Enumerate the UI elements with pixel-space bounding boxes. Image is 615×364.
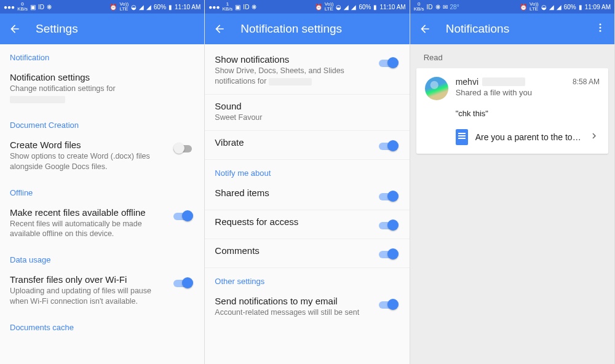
requests-row[interactable]: Requests for access	[205, 210, 409, 239]
section-notify-me: Notify me about	[205, 160, 409, 181]
notification-time: 8:58 AM	[573, 77, 600, 86]
sync-icon: ❋	[435, 4, 440, 10]
offline-sub: Recent files will automatically be made …	[10, 219, 169, 240]
volte-icon: Vo))LTE	[119, 2, 129, 12]
status-time: 11:10 AM	[175, 4, 200, 10]
sender-name: mehvi	[456, 77, 478, 87]
more-indicator-icon: ●●●	[208, 4, 220, 10]
mail-icon: ✉	[443, 4, 448, 10]
status-bar: 0KB/s ID ❋ ✉ 28° ⏰ Vo))LTE ◒ ◢ ◢ 60% ▮ 1…	[410, 0, 614, 14]
notification-card[interactable]: mehvi 8:58 AM Shared a file with you "ch…	[416, 68, 608, 154]
alarm-icon: ⏰	[315, 4, 322, 10]
app-bar: Notifications	[410, 14, 614, 44]
show-notifications-toggle[interactable]	[379, 57, 400, 69]
email-notif-sub: Account-related messages will still be s…	[215, 307, 373, 318]
create-word-sub: Show options to create Word (.docx) file…	[10, 151, 169, 172]
arrow-back-icon	[213, 23, 226, 35]
offline-row[interactable]: Make recent files available offline Rece…	[0, 201, 204, 247]
page-title: Settings	[36, 22, 196, 36]
comments-title: Comments	[215, 245, 373, 256]
wifi-only-row[interactable]: Transfer files only over Wi-Fi Uploading…	[0, 268, 204, 314]
status-time: 11:09 AM	[585, 4, 611, 10]
notification-settings-sub: Change notification settings for	[10, 84, 189, 105]
section-document-creation: Document Creation	[0, 112, 204, 133]
section-data-usage: Data usage	[0, 247, 204, 268]
vibrate-toggle[interactable]	[379, 140, 400, 152]
battery-pct: 60%	[564, 4, 576, 10]
read-label: Read	[410, 44, 614, 68]
shared-items-title: Shared items	[215, 188, 373, 198]
id-icon: ID	[38, 4, 44, 10]
screen-notification-settings: ●●● 1KB/s ▣ ID ❋ ⏰ Vo))LTE ◒ ◢ ◢ 60% ▮ 1…	[205, 0, 410, 364]
back-button[interactable]	[419, 23, 431, 35]
docs-icon	[456, 129, 468, 145]
sync-icon: ❋	[47, 4, 52, 10]
create-word-title: Create Word files	[10, 140, 169, 150]
status-bar: ●●● 1KB/s ▣ ID ❋ ⏰ Vo))LTE ◒ ◢ ◢ 60% ▮ 1…	[205, 0, 409, 14]
offline-toggle[interactable]	[173, 210, 194, 222]
shared-file-row[interactable]: Are you a parent to the todd…	[425, 125, 600, 146]
notif-settings-content: Show notifications Show Drive, Docs, She…	[205, 44, 409, 364]
vibrate-title: Vibrate	[215, 137, 373, 148]
app-bar: Notification settings	[205, 14, 409, 44]
overflow-menu-button[interactable]	[595, 22, 606, 36]
wifi-only-toggle[interactable]	[173, 277, 194, 289]
volte-icon: Vo))LTE	[530, 2, 539, 12]
network-speed: 0KB/s	[17, 2, 28, 12]
notification-settings-title: Notification settings	[10, 72, 189, 82]
email-notif-toggle[interactable]	[379, 298, 400, 311]
show-notifications-sub: Show Drive, Docs, Sheets, and Slides not…	[215, 66, 373, 87]
sound-title: Sound	[215, 101, 394, 111]
chevron-right-icon	[589, 130, 600, 144]
vibrate-row[interactable]: Vibrate	[205, 131, 409, 160]
section-offline: Offline	[0, 180, 204, 201]
screen-settings: ●●● 0KB/s ▣ ID ❋ ⏰ Vo))LTE ◒ ◢ ◢ 60% ▮ 1…	[0, 0, 205, 364]
comments-toggle[interactable]	[379, 248, 400, 260]
wifi-icon: ◒	[541, 4, 547, 10]
requests-title: Requests for access	[215, 216, 373, 227]
temperature: 28°	[450, 4, 459, 10]
section-other: Other settings	[205, 268, 409, 290]
notification-message: "chk this"	[456, 109, 600, 118]
svg-point-2	[599, 30, 601, 32]
back-button[interactable]	[9, 23, 21, 35]
notification-settings-row[interactable]: Notification settings Change notificatio…	[0, 66, 204, 112]
comments-row[interactable]: Comments	[205, 239, 409, 268]
id-icon: ID	[427, 4, 433, 10]
shared-items-toggle[interactable]	[379, 190, 400, 202]
sound-sub: Sweet Favour	[215, 113, 394, 123]
battery-icon: ▮	[169, 4, 172, 10]
create-word-row[interactable]: Create Word files Show options to create…	[0, 133, 204, 180]
email-notif-title: Send notifications to my email	[215, 296, 373, 306]
image-icon: ▣	[235, 4, 240, 10]
signal-icon: ◢	[139, 4, 144, 10]
avatar	[425, 77, 448, 100]
svg-point-1	[599, 27, 601, 29]
email-notif-row[interactable]: Send notifications to my email Account-r…	[205, 290, 409, 325]
notification-action: Shared a file with you	[456, 88, 600, 97]
show-notifications-row[interactable]: Show notifications Show Drive, Docs, She…	[205, 44, 409, 95]
network-speed: 0KB/s	[414, 2, 424, 12]
settings-content: Notification Notification settings Chang…	[0, 44, 204, 364]
wifi-icon: ◒	[336, 4, 341, 10]
screen-notifications: 0KB/s ID ❋ ✉ 28° ⏰ Vo))LTE ◒ ◢ ◢ 60% ▮ 1…	[410, 0, 615, 364]
id-icon: ID	[243, 4, 249, 10]
alarm-icon: ⏰	[109, 4, 117, 10]
notifications-content: Read mehvi 8:58 AM Shared a file with yo…	[410, 44, 614, 364]
shared-file-title: Are you a parent to the todd…	[475, 132, 581, 142]
section-documents-cache: Documents cache	[0, 314, 204, 336]
wifi-only-sub: Uploading and updating of files will pau…	[10, 286, 169, 307]
app-bar: Settings	[0, 14, 204, 44]
back-button[interactable]	[213, 23, 226, 35]
wifi-only-title: Transfer files only over Wi-Fi	[10, 274, 169, 285]
sound-row[interactable]: Sound Sweet Favour	[205, 95, 409, 131]
shared-items-row[interactable]: Shared items	[205, 181, 409, 210]
requests-toggle[interactable]	[379, 219, 400, 231]
create-word-toggle[interactable]	[173, 142, 194, 154]
redacted-name	[482, 77, 525, 86]
offline-title: Make recent files available offline	[10, 207, 169, 218]
more-indicator-icon: ●●●	[4, 4, 15, 10]
signal2-icon: ◢	[557, 4, 561, 10]
signal-icon: ◢	[344, 4, 349, 10]
battery-pct: 60%	[154, 4, 166, 10]
